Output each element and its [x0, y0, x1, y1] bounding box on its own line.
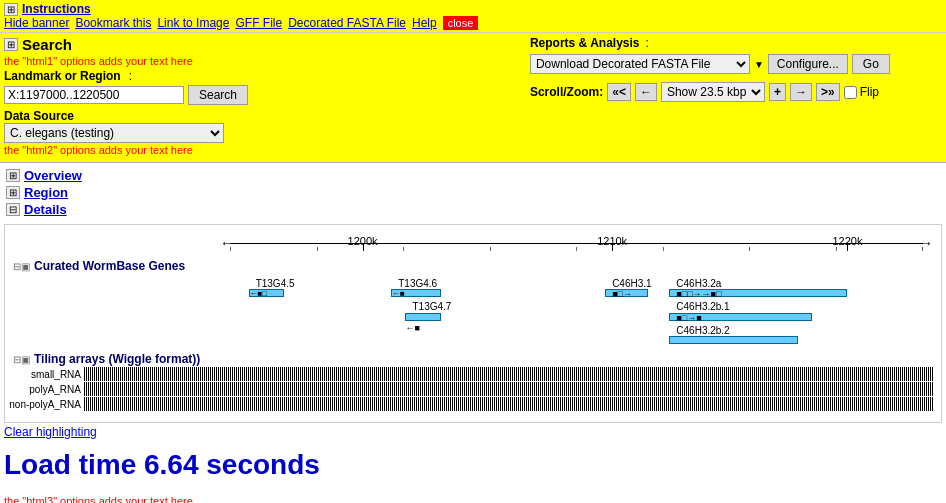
- search-button[interactable]: Search: [188, 85, 248, 105]
- tiling-track-label: Tiling arrays (Wiggle format)): [34, 352, 200, 366]
- tiling-track-header: ⊟▣ Tiling arrays (Wiggle format)): [9, 352, 937, 366]
- landmark-colon: :: [129, 69, 132, 83]
- link-to-image-link[interactable]: Link to Image: [157, 16, 229, 30]
- landmark-input[interactable]: [4, 86, 184, 104]
- reports-label: Reports & Analysis: [530, 36, 640, 50]
- gene-label-c46h32b2: C46H3.2b.2: [676, 325, 729, 336]
- clear-highlight-link[interactable]: Clear highlighting: [4, 425, 97, 439]
- reports-select[interactable]: Download Decorated FASTA File Download G…: [530, 54, 750, 74]
- polya-rna-bar: [84, 382, 933, 396]
- gene-label-c46h32b1: C46H3.2b.1: [676, 301, 729, 312]
- scroll-far-right-button[interactable]: >»: [816, 83, 840, 101]
- scroll-zoom-label: Scroll/Zoom:: [530, 85, 603, 99]
- non-polya-rna-row: non-polyA_RNA: [9, 397, 941, 411]
- help-link[interactable]: Help: [412, 16, 437, 30]
- curated-track-icons: ⊟▣: [13, 261, 30, 272]
- reports-colon: :: [646, 36, 649, 50]
- overview-link[interactable]: Overview: [24, 168, 82, 183]
- html2-placeholder: the "html2" options adds your text here: [4, 144, 520, 156]
- load-time: Load time 6.64 seconds: [4, 449, 942, 481]
- data-source-select[interactable]: C. elegans (testing) C. briggsae C. rema…: [4, 123, 224, 143]
- gene-box-t13g47: [405, 313, 441, 321]
- close-button[interactable]: close: [443, 16, 479, 30]
- instructions-link[interactable]: Instructions: [22, 2, 91, 16]
- zoom-select[interactable]: Show 23.5 kbp Show 10 kbp Show 50 kbp Sh…: [661, 82, 765, 102]
- curated-track-canvas: T13G4.5 ←■□ T13G4.6 ←■ T13G4.7 ←■ C46H3.…: [220, 273, 933, 348]
- gff-file-link[interactable]: GFF File: [235, 16, 282, 30]
- non-polya-rna-bar: [84, 397, 933, 411]
- tiling-track-icons: ⊟▣: [13, 354, 30, 365]
- go-button[interactable]: Go: [852, 54, 890, 74]
- gene-arrows-c46h32b1: ■□→■: [676, 313, 701, 323]
- region-expand[interactable]: ⊞: [6, 186, 20, 199]
- search-expand[interactable]: ⊞: [4, 38, 18, 51]
- gene-arrows-c46h31: ■□→: [612, 289, 632, 299]
- zoom-in-button[interactable]: +: [769, 83, 786, 101]
- gene-label-t13g45: T13G4.5: [256, 278, 295, 289]
- curated-track-label: Curated WormBase Genes: [34, 259, 185, 273]
- data-source-label: Data Source: [4, 109, 520, 123]
- gene-label-c46h32a: C46H3.2a: [676, 278, 721, 289]
- polya-rna-label: polyA_RNA: [9, 384, 84, 395]
- hide-banner-link[interactable]: Hide banner: [4, 16, 69, 30]
- landmark-label: Landmark or Region: [4, 69, 121, 83]
- search-title: Search: [22, 36, 72, 53]
- curated-track-header: ⊟▣ Curated WormBase Genes: [9, 259, 937, 273]
- gene-arrows-c46h32a: ■□□→→■□: [676, 289, 721, 299]
- configure-button[interactable]: Configure...: [768, 54, 848, 74]
- gene-label-t13g46: T13G4.6: [398, 278, 437, 289]
- details-link[interactable]: Details: [24, 202, 67, 217]
- flip-label: Flip: [844, 85, 879, 99]
- non-polya-rna-label: non-polyA_RNA: [9, 399, 84, 410]
- region-link[interactable]: Region: [24, 185, 68, 200]
- flip-checkbox[interactable]: [844, 86, 857, 99]
- small-rna-row: small_RNA: [9, 367, 941, 381]
- gene-label-t13g47: T13G4.7: [413, 301, 452, 312]
- details-expand[interactable]: ⊟: [6, 203, 20, 216]
- overview-expand[interactable]: ⊞: [6, 169, 20, 182]
- scroll-left-button[interactable]: ←: [635, 83, 657, 101]
- small-rna-bar: [84, 367, 933, 381]
- instructions-expand[interactable]: ⊞: [4, 3, 18, 16]
- html3-placeholder: the "html3" options adds your text here: [4, 495, 942, 503]
- gene-box-t13g46: ←■: [391, 289, 441, 297]
- scroll-far-left-button[interactable]: «<: [607, 83, 631, 101]
- gene-box-c46h32b2: [669, 336, 797, 344]
- gene-label-c46h31: C46H3.1: [612, 278, 651, 289]
- gene-box-t13g45: ←■□: [249, 289, 285, 297]
- polya-rna-row: polyA_RNA: [9, 382, 941, 396]
- bookmark-link[interactable]: Bookmark this: [75, 16, 151, 30]
- decorated-fasta-link[interactable]: Decorated FASTA File: [288, 16, 406, 30]
- gene-arrow-t13g47: ←■: [405, 323, 419, 333]
- genome-view: ← → 1200k 1210k 1220k ⊟▣ Curated WormBas…: [4, 224, 942, 423]
- html1-placeholder: the "html1" options adds your text here: [4, 55, 520, 67]
- small-rna-label: small_RNA: [9, 369, 84, 380]
- scroll-right-button[interactable]: →: [790, 83, 812, 101]
